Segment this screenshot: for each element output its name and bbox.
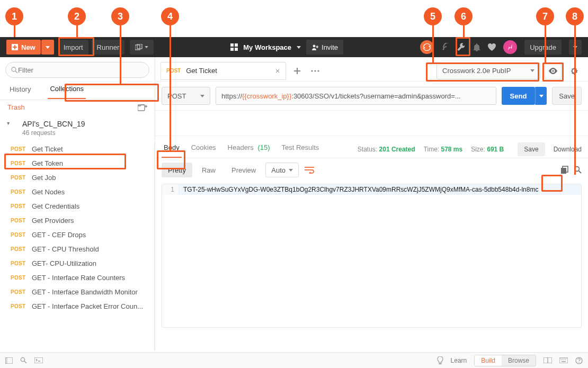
callout-4: 4 bbox=[161, 7, 179, 25]
build-browse-toggle[interactable]: Build Browse bbox=[474, 355, 536, 366]
upgrade-button[interactable]: Upgrade bbox=[524, 40, 562, 55]
eye-icon bbox=[548, 68, 558, 74]
save-response-button[interactable]: Save bbox=[518, 142, 545, 156]
method-badge: POST bbox=[11, 218, 26, 223]
svg-rect-5 bbox=[230, 43, 234, 47]
request-name: GET - CPU Threshold bbox=[32, 245, 99, 253]
tab-close-icon[interactable]: × bbox=[275, 66, 280, 75]
url-input[interactable]: https://{{crosswork_ip}}:30603/SSO/v1/ti… bbox=[216, 87, 496, 105]
send-button[interactable]: Send bbox=[502, 87, 536, 105]
response-tab-cookies[interactable]: Cookies bbox=[189, 140, 218, 158]
request-name: Get Ticket bbox=[32, 145, 63, 153]
svg-point-20 bbox=[311, 70, 313, 71]
new-window-button[interactable] bbox=[130, 40, 154, 55]
view-pretty[interactable]: Pretty bbox=[162, 163, 192, 177]
request-item[interactable]: POSTGet Nodes bbox=[0, 185, 154, 199]
env-quicklook-button[interactable] bbox=[545, 62, 562, 79]
sidebar: History Collections Trash API's_CL_BCN_1… bbox=[0, 57, 155, 351]
method-badge: POST bbox=[11, 303, 26, 309]
search-icon bbox=[11, 67, 18, 74]
keyboard-icon[interactable] bbox=[559, 357, 568, 363]
response-tab-tests[interactable]: Test Results bbox=[280, 140, 322, 158]
response-body[interactable]: 1 TGT-25-wHwSuGYxVgDG-W0e3ZTBq1bOg2R3Clh… bbox=[162, 184, 582, 328]
workspace-label[interactable]: My Workspace bbox=[243, 43, 291, 51]
method-badge: POST bbox=[11, 203, 26, 209]
response-tab-body[interactable]: Body bbox=[162, 140, 182, 158]
view-format-select[interactable]: Auto bbox=[265, 163, 299, 177]
request-tab[interactable]: POST Get Ticket × bbox=[161, 62, 286, 80]
filter-input[interactable] bbox=[18, 66, 144, 74]
response-tab-headers-label: Headers bbox=[228, 143, 254, 151]
download-response-button[interactable]: Download bbox=[554, 146, 582, 153]
wrench-icon[interactable] bbox=[457, 43, 466, 51]
send-dropdown[interactable] bbox=[535, 87, 547, 105]
copy-response-icon[interactable] bbox=[560, 166, 568, 174]
request-item[interactable]: POSTGet Credentials bbox=[0, 199, 154, 213]
request-item[interactable]: POSTGET - CEF Drops bbox=[0, 228, 154, 242]
svg-point-23 bbox=[552, 70, 554, 71]
chevron-down-icon bbox=[289, 169, 293, 172]
svg-rect-24 bbox=[305, 167, 314, 168]
new-dropdown[interactable] bbox=[41, 40, 54, 55]
tab-options-button[interactable] bbox=[308, 64, 322, 78]
request-item[interactable]: POSTGET - Interface Bandwidth Monitor bbox=[0, 285, 154, 299]
request-item[interactable]: POSTGet Job bbox=[0, 170, 154, 185]
sidebar-toggle-icon[interactable] bbox=[5, 357, 13, 364]
request-item[interactable]: POSTGet Token bbox=[0, 156, 154, 170]
view-format-value: Auto bbox=[271, 166, 286, 174]
trash-link[interactable]: Trash bbox=[7, 103, 25, 111]
request-name: GET- CPU-Utilization bbox=[32, 259, 96, 267]
callout-3: 3 bbox=[111, 7, 129, 25]
bootcamp-icon[interactable] bbox=[503, 40, 517, 54]
url-variable: {{crosswork_ip}} bbox=[242, 92, 291, 100]
help-icon[interactable] bbox=[575, 357, 583, 364]
find-icon[interactable] bbox=[20, 357, 27, 364]
save-button[interactable]: Save bbox=[552, 87, 582, 105]
two-pane-icon[interactable] bbox=[544, 357, 552, 363]
build-tab[interactable]: Build bbox=[475, 355, 502, 366]
import-button[interactable]: Import bbox=[58, 40, 88, 55]
method-badge: POST bbox=[11, 175, 26, 181]
svg-rect-34 bbox=[34, 357, 43, 363]
tab-history[interactable]: History bbox=[7, 81, 33, 98]
collection-header[interactable]: API's_CL_BCN_19 46 requests bbox=[0, 114, 155, 142]
tab-collections[interactable]: Collections bbox=[48, 80, 86, 99]
new-collection-icon[interactable] bbox=[138, 104, 147, 111]
filter-input-wrap[interactable] bbox=[5, 62, 149, 78]
request-meta-area bbox=[155, 111, 588, 136]
request-item[interactable]: POSTGET - Interface Packet Error Coun... bbox=[0, 299, 154, 313]
svg-point-38 bbox=[560, 359, 562, 360]
console-icon[interactable] bbox=[34, 357, 43, 363]
invite-button[interactable]: Invite bbox=[306, 40, 343, 55]
method-select[interactable]: POST bbox=[162, 87, 210, 105]
svg-point-22 bbox=[317, 70, 319, 71]
request-item[interactable]: POSTGet Ticket bbox=[0, 142, 154, 156]
request-item[interactable]: POSTGET- CPU-Utilization bbox=[0, 256, 154, 271]
bell-icon[interactable] bbox=[473, 43, 480, 51]
svg-point-41 bbox=[565, 359, 566, 360]
new-tab-button[interactable] bbox=[290, 64, 304, 78]
request-name: GET - Interface Bandwidth Monitor bbox=[32, 288, 138, 296]
new-button-label: New bbox=[21, 43, 35, 51]
svg-point-13 bbox=[12, 67, 16, 71]
view-raw[interactable]: Raw bbox=[195, 163, 222, 177]
collection-name: API's_CL_BCN_19 bbox=[22, 120, 147, 128]
svg-rect-2 bbox=[13, 47, 17, 48]
new-button[interactable]: New bbox=[6, 40, 41, 55]
response-tab-headers[interactable]: Headers (15) bbox=[226, 140, 272, 158]
user-plus-icon bbox=[311, 44, 318, 50]
request-item[interactable]: POSTGET - Interface Rate Counters bbox=[0, 271, 154, 285]
browse-tab[interactable]: Browse bbox=[502, 355, 536, 366]
status-bar: Learn Build Browse bbox=[0, 352, 588, 368]
satellite-icon[interactable] bbox=[441, 43, 450, 51]
request-item[interactable]: POSTGet Providers bbox=[0, 213, 154, 228]
request-name: GET - Interface Rate Counters bbox=[32, 274, 125, 282]
svg-point-12 bbox=[443, 48, 444, 50]
view-preview[interactable]: Preview bbox=[225, 163, 262, 177]
environment-select[interactable]: Crosswork 2.0e PubIP bbox=[436, 62, 540, 79]
heart-icon[interactable] bbox=[488, 43, 496, 51]
learn-link[interactable]: Learn bbox=[451, 357, 467, 364]
wrap-lines-button[interactable] bbox=[302, 163, 317, 177]
request-item[interactable]: POSTGET - CPU Threshold bbox=[0, 242, 154, 256]
request-name: Get Nodes bbox=[32, 188, 65, 196]
